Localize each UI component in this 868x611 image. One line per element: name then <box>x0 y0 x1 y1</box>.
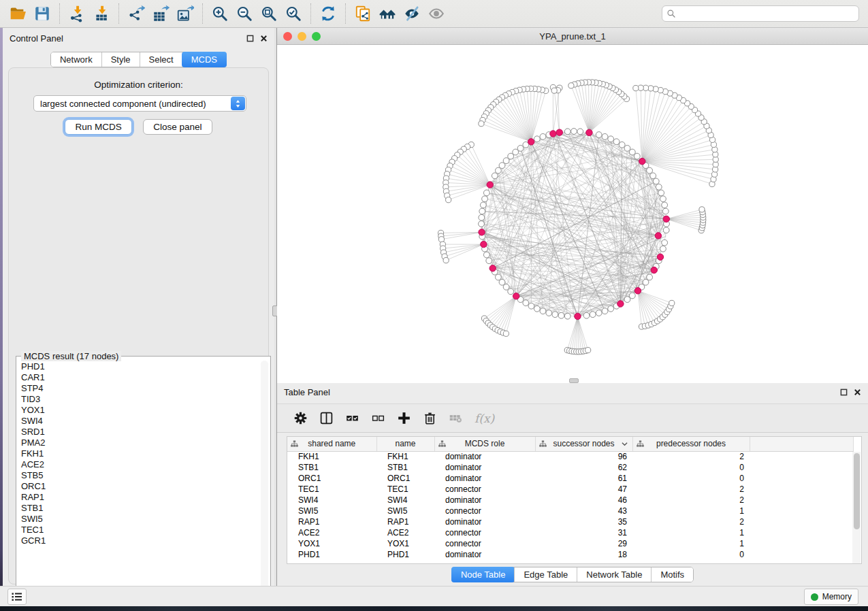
import-network-icon[interactable] <box>65 3 89 24</box>
cell-successor-nodes[interactable]: 96 <box>535 451 632 462</box>
cell-mcds-role[interactable]: dominator <box>434 516 535 527</box>
close-window-icon[interactable] <box>283 32 292 41</box>
mcds-result-item[interactable]: STB1 <box>21 503 270 514</box>
tab-network-table[interactable]: Network Table <box>577 567 651 582</box>
open-session-icon[interactable] <box>5 3 30 24</box>
float-panel-icon[interactable] <box>840 389 848 396</box>
cell-mcds-role[interactable]: dominator <box>434 451 535 462</box>
cell-shared-name[interactable]: SWI4 <box>287 495 376 506</box>
cell-shared-name[interactable]: PHD1 <box>287 549 376 560</box>
memory-button[interactable]: Memory <box>804 589 858 605</box>
import-table-icon[interactable] <box>89 3 114 24</box>
cell-mcds-role[interactable]: connector <box>434 538 535 549</box>
delete-column-icon[interactable] <box>423 411 437 425</box>
zoom-selected-icon[interactable] <box>281 3 306 24</box>
table-row[interactable]: ORC1ORC1dominator610 <box>287 473 853 484</box>
close-panel-icon[interactable] <box>854 389 861 396</box>
tab-mcds[interactable]: MCDS <box>182 52 227 67</box>
run-mcds-button[interactable]: Run MCDS <box>65 119 131 135</box>
table-row[interactable]: RAP1RAP1dominator352 <box>287 516 853 527</box>
table-row[interactable]: ACE2ACE2connector311 <box>287 527 853 538</box>
mcds-list-scrollbar[interactable] <box>261 361 268 604</box>
mcds-result-item[interactable]: GCR1 <box>21 535 270 546</box>
cell-shared-name[interactable]: RAP1 <box>287 516 376 527</box>
hide-selected-icon[interactable] <box>400 3 424 24</box>
cell-predecessor-nodes[interactable]: 2 <box>632 495 750 506</box>
mcds-result-item[interactable]: SWI4 <box>21 416 270 427</box>
horizontal-splitter-grip[interactable] <box>569 378 579 383</box>
minimize-window-icon[interactable] <box>298 32 306 41</box>
show-hidden-icon[interactable] <box>424 3 449 24</box>
mcds-result-item[interactable]: STP4 <box>21 383 270 394</box>
mcds-result-item[interactable]: SWI5 <box>21 514 270 525</box>
mcds-result-item[interactable]: ORC1 <box>21 481 270 492</box>
table-row[interactable]: PHD1PHD1dominator180 <box>287 549 853 560</box>
cell-name[interactable]: RAP1 <box>376 516 434 527</box>
tab-network[interactable]: Network <box>51 52 101 67</box>
tab-motifs[interactable]: Motifs <box>651 567 693 582</box>
column-header-predecessor-nodes[interactable]: predecessor nodes <box>632 437 750 451</box>
cell-predecessor-nodes[interactable]: 1 <box>632 538 750 549</box>
cell-successor-nodes[interactable]: 29 <box>535 538 632 549</box>
zoom-out-icon[interactable] <box>232 3 257 24</box>
cell-name[interactable]: PHD1 <box>376 549 434 560</box>
table-row[interactable]: SWI5SWI5connector431 <box>287 506 853 516</box>
cell-predecessor-nodes[interactable]: 2 <box>632 516 750 527</box>
cell-successor-nodes[interactable]: 31 <box>535 527 632 538</box>
deselect-all-icon[interactable] <box>371 411 385 425</box>
cell-predecessor-nodes[interactable]: 2 <box>632 484 750 495</box>
cell-shared-name[interactable]: STB1 <box>287 462 376 473</box>
table-row[interactable]: YOX1YOX1connector291 <box>287 538 853 549</box>
select-all-icon[interactable] <box>345 411 359 425</box>
show-columns-icon[interactable] <box>319 411 334 425</box>
table-row[interactable]: TEC1TEC1connector472 <box>287 484 853 495</box>
table-scrollbar[interactable] <box>852 452 861 563</box>
clone-network-icon[interactable] <box>351 3 375 24</box>
cell-successor-nodes[interactable]: 62 <box>535 462 632 473</box>
cell-name[interactable]: STB1 <box>376 462 434 473</box>
cell-predecessor-nodes[interactable]: 1 <box>632 527 750 538</box>
cell-successor-nodes[interactable]: 61 <box>535 473 632 484</box>
tab-node-table[interactable]: Node Table <box>451 567 515 582</box>
mcds-result-item[interactable]: PHD1 <box>21 361 270 372</box>
cell-successor-nodes[interactable]: 35 <box>535 516 632 527</box>
cell-name[interactable]: ORC1 <box>376 473 434 484</box>
table-row[interactable]: STB1STB1dominator620 <box>287 462 853 473</box>
cell-mcds-role[interactable]: dominator <box>434 549 535 560</box>
cell-shared-name[interactable]: ACE2 <box>287 527 376 538</box>
tab-select[interactable]: Select <box>140 52 182 67</box>
mcds-result-item[interactable]: TEC1 <box>21 525 270 535</box>
zoom-in-icon[interactable] <box>208 3 232 24</box>
table-row[interactable]: SWI4SWI4dominator462 <box>287 495 853 506</box>
cell-name[interactable]: ACE2 <box>376 527 434 538</box>
cell-predecessor-nodes[interactable]: 0 <box>632 473 750 484</box>
column-header-successor-nodes[interactable]: successor nodes <box>535 437 632 451</box>
float-panel-icon[interactable] <box>246 35 254 42</box>
cell-successor-nodes[interactable]: 18 <box>535 549 632 560</box>
cell-shared-name[interactable]: TEC1 <box>287 484 376 495</box>
mcds-result-item[interactable]: ACE2 <box>21 459 270 470</box>
cell-predecessor-nodes[interactable]: 0 <box>632 549 750 560</box>
cell-mcds-role[interactable]: connector <box>434 506 535 516</box>
mcds-result-item[interactable]: STB5 <box>21 470 270 481</box>
export-image-icon[interactable] <box>173 3 197 24</box>
task-history-button[interactable] <box>7 589 27 605</box>
create-column-icon[interactable] <box>397 411 411 425</box>
tab-edge-table[interactable]: Edge Table <box>514 567 577 582</box>
column-header-shared-name[interactable]: shared name <box>287 437 376 451</box>
cell-name[interactable]: FKH1 <box>376 451 434 462</box>
cell-successor-nodes[interactable]: 46 <box>535 495 632 506</box>
close-panel-icon[interactable] <box>260 35 268 42</box>
cell-predecessor-nodes[interactable]: 0 <box>632 462 750 473</box>
refresh-layout-icon[interactable] <box>316 3 340 24</box>
column-header-mcds-role[interactable]: MCDS role <box>434 437 535 451</box>
maximize-window-icon[interactable] <box>312 32 321 41</box>
cell-shared-name[interactable]: FKH1 <box>287 451 376 462</box>
cell-shared-name[interactable]: ORC1 <box>287 473 376 484</box>
cell-shared-name[interactable]: SWI5 <box>287 506 376 516</box>
column-header-name[interactable]: name <box>376 437 434 451</box>
zoom-fit-icon[interactable] <box>257 3 281 24</box>
mcds-result-item[interactable]: FKH1 <box>21 448 270 459</box>
cell-shared-name[interactable]: YOX1 <box>287 538 376 549</box>
export-table-icon[interactable] <box>148 3 173 24</box>
